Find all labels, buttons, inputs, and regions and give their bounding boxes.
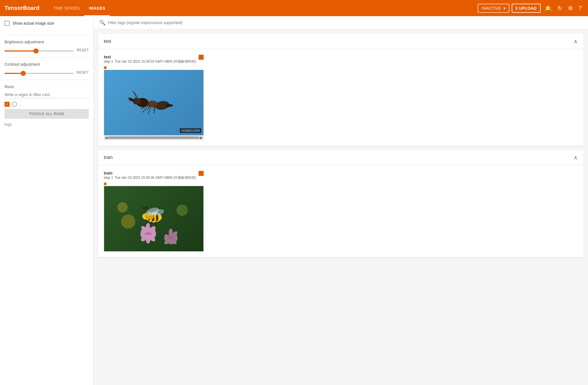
- svg-point-22: [176, 205, 188, 216]
- help-icon-button[interactable]: ?: [577, 3, 583, 13]
- contrast-slider-row: RESET: [5, 70, 89, 75]
- run-checkbox[interactable]: ✓: [5, 102, 10, 107]
- test-scroll-left-icon[interactable]: ◀: [105, 136, 108, 140]
- brightness-section: Brightness adjustment RESET: [5, 40, 89, 58]
- test-section-title: test: [104, 39, 111, 44]
- upload-button[interactable]: ℹ UPLOAD: [512, 4, 541, 13]
- inactive-dropdown[interactable]: INACTIVE ▾: [478, 4, 509, 13]
- help-icon: ?: [579, 5, 582, 11]
- brightness-slider[interactable]: [5, 50, 74, 52]
- contrast-label: Contrast adjustment: [5, 62, 89, 67]
- filter-bar: 🔍: [94, 16, 588, 29]
- contrast-reset-button[interactable]: RESET: [77, 71, 89, 75]
- brightness-label: Brightness adjustment: [5, 40, 89, 44]
- svg-point-31: [146, 207, 147, 208]
- test-indicator-row: [104, 66, 204, 69]
- test-run-name: test: [104, 55, 196, 59]
- train-indicator-row: [104, 182, 204, 185]
- run-item: ✓ .: [5, 102, 89, 107]
- logo: TensorBoard: [5, 5, 39, 11]
- test-scrollbar-thumb[interactable]: [108, 137, 199, 139]
- test-section-header[interactable]: test ∧: [98, 34, 583, 49]
- image-size-section: Show actual image size: [5, 21, 89, 35]
- train-orange-indicator: [104, 182, 107, 185]
- runs-title: Runs: [5, 84, 89, 89]
- train-bee-image: [104, 186, 203, 251]
- test-step-label: step 1: [104, 59, 113, 63]
- test-section: test ∧ test step 1 Tue Jan 10 2023 15:30…: [98, 34, 583, 146]
- test-ant-image: [104, 70, 203, 135]
- train-color-swatch: [199, 171, 204, 176]
- runs-filter-input[interactable]: [5, 91, 89, 98]
- refresh-icon-button[interactable]: ↻: [556, 3, 564, 13]
- header: TensorBoard TIME SERIES IMAGES INACTIVE …: [0, 0, 588, 16]
- nav: TIME SERIES IMAGES: [49, 0, 110, 16]
- search-icon: 🔍: [99, 20, 106, 26]
- test-scroll-right-icon[interactable]: ▶: [200, 136, 203, 140]
- main-content: 🔍 test ∧ test step 1 Tue Jan 10 2023 15:…: [94, 16, 588, 385]
- svg-point-3: [133, 98, 141, 105]
- run-radio[interactable]: [12, 102, 17, 107]
- train-section-title: train: [104, 155, 113, 160]
- test-card-info: test step 1 Tue Jan 10 2023 15:30:03 GMT…: [104, 55, 196, 65]
- runs-section: Runs ✓ . TOGGLE ALL RUNS logs: [5, 84, 89, 131]
- notifications-icon: 🔔: [545, 5, 552, 12]
- contrast-slider-container: [5, 70, 74, 75]
- brightness-reset-button[interactable]: RESET: [77, 48, 89, 52]
- train-card-header: train step 1 Tue Jan 10 2023 15:30:36 GM…: [104, 171, 204, 181]
- contrast-section: Contrast adjustment RESET: [5, 62, 89, 80]
- show-actual-size-label: Show actual image size: [12, 21, 54, 25]
- nav-images[interactable]: IMAGES: [84, 0, 110, 16]
- train-section-header[interactable]: train ∧: [98, 150, 583, 165]
- train-image-wrapper: [104, 186, 204, 252]
- svg-point-23: [117, 202, 128, 212]
- brightness-slider-row: RESET: [5, 48, 89, 53]
- train-step-label: step 1: [104, 176, 113, 180]
- train-card-info: train step 1 Tue Jan 10 2023 15:30:36 GM…: [104, 171, 196, 181]
- logs-label: logs: [5, 122, 89, 127]
- sidebar: Show actual image size Brightness adjust…: [0, 16, 94, 385]
- train-section-content: train step 1 Tue Jan 10 2023 15:30:36 GM…: [98, 165, 583, 257]
- contrast-slider[interactable]: [5, 73, 74, 74]
- train-run-name: train: [104, 171, 196, 175]
- refresh-icon: ↻: [557, 5, 562, 12]
- filter-input[interactable]: [108, 20, 582, 25]
- train-step-row: step 1 Tue Jan 10 2023 15:30:36 GMT+0800…: [104, 175, 196, 180]
- train-timestamp: Tue Jan 10 2023 15:30:36 GMT+0800 (中国标准时…: [115, 175, 196, 180]
- test-orange-indicator: [104, 66, 107, 69]
- header-right: INACTIVE ▾ ℹ UPLOAD 🔔 ↻ ⚙ ?: [478, 3, 583, 13]
- train-collapse-icon[interactable]: ∧: [574, 154, 578, 161]
- test-image-wrapper: UGA0013035: [104, 70, 204, 135]
- svg-point-21: [121, 214, 135, 229]
- test-collapse-icon[interactable]: ∧: [574, 38, 578, 45]
- train-section: train ∧ train step 1 Tue Jan 10 2023 15:…: [98, 150, 583, 257]
- test-step-row: step 1 Tue Jan 10 2023 15:30:03 GMT+0800…: [104, 59, 196, 64]
- test-image-label: UGA0013035: [180, 128, 201, 133]
- show-actual-size-checkbox[interactable]: [5, 21, 10, 26]
- svg-point-20: [164, 234, 168, 241]
- run-dot-label: .: [19, 102, 20, 107]
- train-image-card: train step 1 Tue Jan 10 2023 15:30:36 GM…: [104, 171, 204, 252]
- nav-time-series[interactable]: TIME SERIES: [49, 0, 84, 16]
- settings-icon-button[interactable]: ⚙: [566, 3, 575, 13]
- brightness-slider-container: [5, 48, 74, 53]
- settings-icon: ⚙: [568, 5, 573, 12]
- notifications-icon-button[interactable]: 🔔: [543, 3, 553, 13]
- main-layout: Show actual image size Brightness adjust…: [0, 16, 588, 385]
- test-image-card: test step 1 Tue Jan 10 2023 15:30:03 GMT…: [104, 55, 204, 140]
- test-section-content: test step 1 Tue Jan 10 2023 15:30:03 GMT…: [98, 49, 583, 146]
- svg-point-30: [143, 207, 145, 209]
- ant-svg: [114, 80, 193, 125]
- test-color-swatch: [199, 55, 204, 60]
- test-card-header: test step 1 Tue Jan 10 2023 15:30:03 GMT…: [104, 55, 204, 65]
- bee-svg: [114, 193, 193, 244]
- show-actual-size-row: Show actual image size: [5, 21, 89, 26]
- checkmark-icon: ✓: [6, 102, 9, 106]
- toggle-all-runs-button[interactable]: TOGGLE ALL RUNS: [5, 109, 89, 119]
- upload-icon: ℹ: [516, 6, 517, 10]
- test-scrollbar[interactable]: ◀ ▶: [104, 135, 204, 140]
- test-timestamp: Tue Jan 10 2023 15:30:03 GMT+0800 (中国标准时…: [115, 59, 196, 64]
